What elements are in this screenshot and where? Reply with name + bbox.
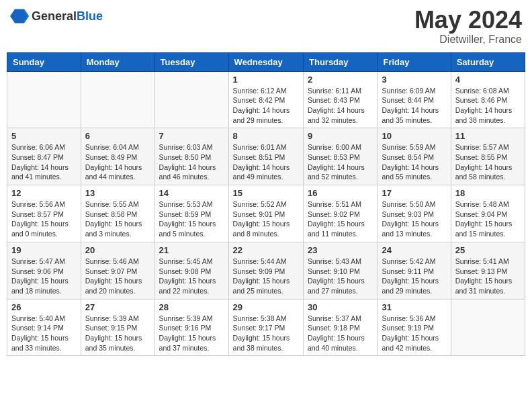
day-number: 3 xyxy=(382,75,446,85)
day-info: Sunrise: 5:42 AMSunset: 9:11 PMDaylight:… xyxy=(382,257,446,296)
day-info: Sunrise: 5:38 AMSunset: 9:17 PMDaylight:… xyxy=(233,314,299,353)
day-info: Sunrise: 5:59 AMSunset: 8:54 PMDaylight:… xyxy=(382,142,446,182)
day-info: Sunrise: 5:48 AMSunset: 9:04 PMDaylight:… xyxy=(455,199,521,239)
calendar-cell: 20Sunrise: 5:46 AMSunset: 9:07 PMDayligh… xyxy=(81,242,154,299)
calendar-cell: 29Sunrise: 5:38 AMSunset: 9:17 PMDayligh… xyxy=(228,299,303,356)
calendar-cell: 11Sunrise: 5:57 AMSunset: 8:55 PMDayligh… xyxy=(451,128,525,185)
weekday-header-monday: Monday xyxy=(81,52,154,71)
day-number: 8 xyxy=(233,131,299,141)
day-info: Sunrise: 5:45 AMSunset: 9:08 PMDaylight:… xyxy=(159,257,224,296)
day-info: Sunrise: 5:36 AMSunset: 9:19 PMDaylight:… xyxy=(382,314,446,353)
day-number: 22 xyxy=(233,245,299,255)
calendar-cell: 21Sunrise: 5:45 AMSunset: 9:08 PMDayligh… xyxy=(154,242,228,299)
calendar-cell: 7Sunrise: 6:03 AMSunset: 8:50 PMDaylight… xyxy=(154,128,228,185)
day-number: 6 xyxy=(85,131,150,141)
day-number: 14 xyxy=(159,188,224,198)
calendar-cell: 17Sunrise: 5:50 AMSunset: 9:03 PMDayligh… xyxy=(378,185,451,242)
calendar-cell: 25Sunrise: 5:41 AMSunset: 9:13 PMDayligh… xyxy=(451,242,525,299)
day-number: 13 xyxy=(85,188,150,198)
day-info: Sunrise: 6:04 AMSunset: 8:49 PMDaylight:… xyxy=(85,142,150,182)
calendar-cell: 16Sunrise: 5:51 AMSunset: 9:02 PMDayligh… xyxy=(304,185,378,242)
day-number: 10 xyxy=(382,131,446,141)
day-number: 5 xyxy=(11,131,77,141)
day-info: Sunrise: 6:08 AMSunset: 8:46 PMDaylight:… xyxy=(455,86,521,126)
title-block: May 2024 Dietwiller, France xyxy=(414,7,522,46)
calendar-cell: 4Sunrise: 6:08 AMSunset: 8:46 PMDaylight… xyxy=(451,71,525,128)
logo-icon xyxy=(10,7,29,26)
weekday-header-saturday: Saturday xyxy=(451,52,525,71)
calendar-cell: 26Sunrise: 5:40 AMSunset: 9:14 PMDayligh… xyxy=(7,299,81,356)
calendar-cell xyxy=(7,71,81,128)
day-number: 25 xyxy=(455,245,521,255)
day-info: Sunrise: 6:11 AMSunset: 8:43 PMDaylight:… xyxy=(308,86,373,126)
day-number: 1 xyxy=(233,75,299,85)
day-number: 17 xyxy=(382,188,446,198)
day-info: Sunrise: 5:55 AMSunset: 8:58 PMDaylight:… xyxy=(85,199,150,239)
day-info: Sunrise: 6:06 AMSunset: 8:47 PMDaylight:… xyxy=(11,142,77,182)
weekday-header-thursday: Thursday xyxy=(304,52,378,71)
calendar-cell: 3Sunrise: 6:09 AMSunset: 8:44 PMDaylight… xyxy=(378,71,451,128)
day-number: 29 xyxy=(233,302,299,312)
calendar-table: SundayMondayTuesdayWednesdayThursdayFrid… xyxy=(7,52,525,357)
day-info: Sunrise: 5:40 AMSunset: 9:14 PMDaylight:… xyxy=(11,314,77,353)
day-number: 24 xyxy=(382,245,446,255)
calendar-cell: 30Sunrise: 5:37 AMSunset: 9:18 PMDayligh… xyxy=(304,299,378,356)
weekday-header-tuesday: Tuesday xyxy=(154,52,228,71)
calendar-cell: 27Sunrise: 5:39 AMSunset: 9:15 PMDayligh… xyxy=(81,299,154,356)
day-number: 27 xyxy=(85,302,150,312)
day-info: Sunrise: 6:00 AMSunset: 8:53 PMDaylight:… xyxy=(308,142,373,182)
calendar-cell: 6Sunrise: 6:04 AMSunset: 8:49 PMDaylight… xyxy=(81,128,154,185)
day-info: Sunrise: 6:01 AMSunset: 8:51 PMDaylight:… xyxy=(233,142,299,182)
calendar-cell xyxy=(154,71,228,128)
day-number: 31 xyxy=(382,302,446,312)
calendar-cell: 28Sunrise: 5:39 AMSunset: 9:16 PMDayligh… xyxy=(154,299,228,356)
page-header: GeneralBlue May 2024 Dietwiller, France xyxy=(7,7,525,46)
calendar-cell: 31Sunrise: 5:36 AMSunset: 9:19 PMDayligh… xyxy=(378,299,451,356)
svg-marker-0 xyxy=(10,9,29,24)
logo: GeneralBlue xyxy=(10,7,103,26)
location-subtitle: Dietwiller, France xyxy=(414,34,522,46)
calendar-cell: 1Sunrise: 6:12 AMSunset: 8:42 PMDaylight… xyxy=(228,71,303,128)
day-info: Sunrise: 5:39 AMSunset: 9:16 PMDaylight:… xyxy=(159,314,224,353)
calendar-cell: 10Sunrise: 5:59 AMSunset: 8:54 PMDayligh… xyxy=(378,128,451,185)
day-info: Sunrise: 5:39 AMSunset: 9:15 PMDaylight:… xyxy=(85,314,150,353)
day-info: Sunrise: 5:51 AMSunset: 9:02 PMDaylight:… xyxy=(308,199,373,239)
day-info: Sunrise: 6:12 AMSunset: 8:42 PMDaylight:… xyxy=(233,86,299,126)
day-number: 11 xyxy=(455,131,521,141)
day-info: Sunrise: 5:47 AMSunset: 9:06 PMDaylight:… xyxy=(11,257,77,296)
weekday-header-wednesday: Wednesday xyxy=(228,52,303,71)
day-number: 26 xyxy=(11,302,77,312)
day-info: Sunrise: 5:57 AMSunset: 8:55 PMDaylight:… xyxy=(455,142,521,182)
day-number: 16 xyxy=(308,188,373,198)
day-info: Sunrise: 5:53 AMSunset: 8:59 PMDaylight:… xyxy=(159,199,224,239)
calendar-cell xyxy=(451,299,525,356)
calendar-cell: 18Sunrise: 5:48 AMSunset: 9:04 PMDayligh… xyxy=(451,185,525,242)
day-info: Sunrise: 5:52 AMSunset: 9:01 PMDaylight:… xyxy=(233,199,299,239)
calendar-cell: 15Sunrise: 5:52 AMSunset: 9:01 PMDayligh… xyxy=(228,185,303,242)
weekday-header-sunday: Sunday xyxy=(7,52,81,71)
weekday-header-friday: Friday xyxy=(378,52,451,71)
month-year-title: May 2024 xyxy=(414,7,522,34)
calendar-cell: 2Sunrise: 6:11 AMSunset: 8:43 PMDaylight… xyxy=(304,71,378,128)
day-info: Sunrise: 6:03 AMSunset: 8:50 PMDaylight:… xyxy=(159,142,224,182)
calendar-cell: 9Sunrise: 6:00 AMSunset: 8:53 PMDaylight… xyxy=(304,128,378,185)
day-number: 12 xyxy=(11,188,77,198)
day-info: Sunrise: 5:56 AMSunset: 8:57 PMDaylight:… xyxy=(11,199,77,239)
day-number: 7 xyxy=(159,131,224,141)
calendar-cell: 22Sunrise: 5:44 AMSunset: 9:09 PMDayligh… xyxy=(228,242,303,299)
calendar-cell: 23Sunrise: 5:43 AMSunset: 9:10 PMDayligh… xyxy=(304,242,378,299)
day-info: Sunrise: 5:41 AMSunset: 9:13 PMDaylight:… xyxy=(455,257,521,296)
calendar-cell: 19Sunrise: 5:47 AMSunset: 9:06 PMDayligh… xyxy=(7,242,81,299)
calendar-cell xyxy=(81,71,154,128)
day-info: Sunrise: 5:50 AMSunset: 9:03 PMDaylight:… xyxy=(382,199,446,239)
day-number: 9 xyxy=(308,131,373,141)
day-number: 15 xyxy=(233,188,299,198)
logo-text-general: General xyxy=(32,9,77,23)
calendar-cell: 14Sunrise: 5:53 AMSunset: 8:59 PMDayligh… xyxy=(154,185,228,242)
day-info: Sunrise: 5:46 AMSunset: 9:07 PMDaylight:… xyxy=(85,257,150,296)
day-number: 28 xyxy=(159,302,224,312)
day-number: 2 xyxy=(308,75,373,85)
calendar-cell: 8Sunrise: 6:01 AMSunset: 8:51 PMDaylight… xyxy=(228,128,303,185)
day-number: 4 xyxy=(455,75,521,85)
day-info: Sunrise: 5:43 AMSunset: 9:10 PMDaylight:… xyxy=(308,257,373,296)
